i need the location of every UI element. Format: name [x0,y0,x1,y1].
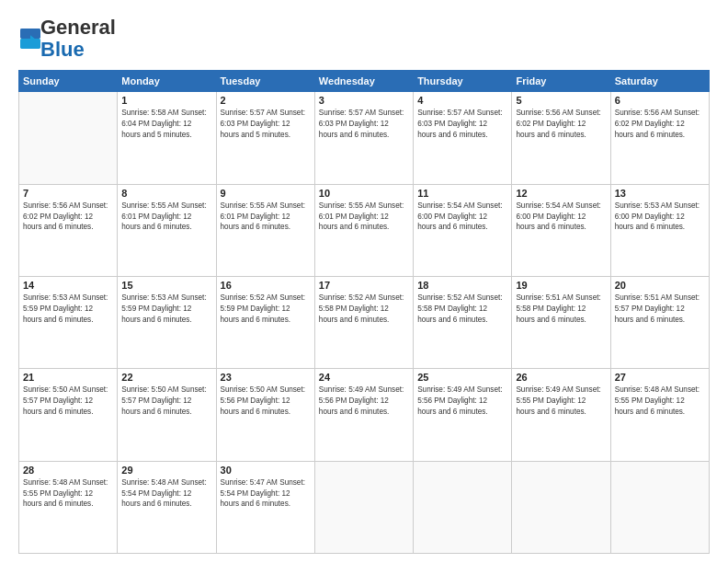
calendar-week-row: 21Sunrise: 5:50 AM Sunset: 5:57 PM Dayli… [19,369,710,461]
day-number: 14 [23,280,113,291]
day-info: Sunrise: 5:52 AM Sunset: 5:58 PM Dayligh… [417,293,507,326]
calendar-cell: 27Sunrise: 5:48 AM Sunset: 5:55 PM Dayli… [610,369,709,461]
day-number: 8 [121,188,211,199]
calendar-cell: 9Sunrise: 5:55 AM Sunset: 6:01 PM Daylig… [216,184,314,276]
calendar-cell [610,461,709,553]
day-number: 16 [221,280,311,291]
calendar-cell: 2Sunrise: 5:57 AM Sunset: 6:03 PM Daylig… [216,92,314,184]
day-info: Sunrise: 5:57 AM Sunset: 6:03 PM Dayligh… [319,108,409,141]
day-info: Sunrise: 5:55 AM Sunset: 6:01 PM Dayligh… [319,201,409,234]
day-info: Sunrise: 5:53 AM Sunset: 5:59 PM Dayligh… [23,293,113,326]
calendar-cell: 1Sunrise: 5:58 AM Sunset: 6:04 PM Daylig… [118,92,216,184]
weekday-header-wednesday: Wednesday [314,71,413,92]
weekday-header-saturday: Saturday [610,71,709,92]
day-number: 22 [121,372,211,383]
logo-blue: Blue [40,38,85,61]
day-number: 7 [23,188,113,199]
day-info: Sunrise: 5:52 AM Sunset: 5:58 PM Dayligh… [319,293,409,326]
day-number: 11 [417,188,507,199]
day-info: Sunrise: 5:53 AM Sunset: 6:00 PM Dayligh… [615,201,705,234]
logo-general: General [40,16,116,39]
page: General Blue SundayMondayTuesdayWednesda… [0,0,728,563]
calendar-cell: 13Sunrise: 5:53 AM Sunset: 6:00 PM Dayli… [610,184,709,276]
weekday-header-monday: Monday [118,71,216,92]
day-info: Sunrise: 5:48 AM Sunset: 5:55 PM Dayligh… [23,477,113,511]
calendar-cell: 12Sunrise: 5:54 AM Sunset: 6:00 PM Dayli… [512,184,610,276]
day-info: Sunrise: 5:56 AM Sunset: 6:02 PM Dayligh… [516,108,606,141]
calendar-cell: 18Sunrise: 5:52 AM Sunset: 5:58 PM Dayli… [414,277,512,369]
calendar-cell: 28Sunrise: 5:48 AM Sunset: 5:55 PM Dayli… [19,461,118,553]
day-number: 26 [516,372,606,383]
calendar-cell: 5Sunrise: 5:56 AM Sunset: 6:02 PM Daylig… [512,92,610,184]
calendar-table: SundayMondayTuesdayWednesdayThursdayFrid… [18,70,710,554]
day-number: 12 [516,188,606,199]
calendar-cell: 26Sunrise: 5:49 AM Sunset: 5:55 PM Dayli… [512,369,610,461]
day-info: Sunrise: 5:48 AM Sunset: 5:55 PM Dayligh… [615,385,705,418]
calendar-cell [314,461,413,553]
day-info: Sunrise: 5:51 AM Sunset: 5:58 PM Dayligh… [516,293,606,326]
day-number: 23 [221,372,311,383]
weekday-header-sunday: Sunday [19,71,118,92]
calendar-week-row: 28Sunrise: 5:48 AM Sunset: 5:55 PM Dayli… [19,461,710,553]
day-number: 29 [121,465,211,476]
day-number: 6 [615,95,705,106]
calendar-cell: 8Sunrise: 5:55 AM Sunset: 6:01 PM Daylig… [118,184,216,276]
day-info: Sunrise: 5:55 AM Sunset: 6:01 PM Dayligh… [121,201,211,234]
day-info: Sunrise: 5:50 AM Sunset: 5:56 PM Dayligh… [221,385,311,418]
day-info: Sunrise: 5:48 AM Sunset: 5:54 PM Dayligh… [121,477,211,511]
day-number: 2 [221,95,311,106]
day-number: 27 [615,372,705,383]
day-number: 18 [417,280,507,291]
calendar-cell [512,461,610,553]
day-number: 21 [23,372,113,383]
weekday-header-friday: Friday [512,71,610,92]
calendar-cell: 11Sunrise: 5:54 AM Sunset: 6:00 PM Dayli… [414,184,512,276]
day-number: 25 [417,372,507,383]
calendar-cell: 29Sunrise: 5:48 AM Sunset: 5:54 PM Dayli… [118,461,216,553]
day-number: 1 [121,95,211,106]
day-number: 5 [516,95,606,106]
calendar-cell: 25Sunrise: 5:49 AM Sunset: 5:56 PM Dayli… [414,369,512,461]
day-info: Sunrise: 5:57 AM Sunset: 6:03 PM Dayligh… [417,108,507,141]
calendar-cell: 16Sunrise: 5:52 AM Sunset: 5:59 PM Dayli… [216,277,314,369]
calendar-cell: 21Sunrise: 5:50 AM Sunset: 5:57 PM Dayli… [19,369,118,461]
day-info: Sunrise: 5:49 AM Sunset: 5:56 PM Dayligh… [417,385,507,418]
day-number: 3 [319,95,409,106]
day-info: Sunrise: 5:52 AM Sunset: 5:59 PM Dayligh… [221,293,311,326]
day-number: 20 [615,280,705,291]
calendar-cell: 19Sunrise: 5:51 AM Sunset: 5:58 PM Dayli… [512,277,610,369]
day-info: Sunrise: 5:54 AM Sunset: 6:00 PM Dayligh… [516,201,606,234]
day-number: 4 [417,95,507,106]
calendar-week-row: 14Sunrise: 5:53 AM Sunset: 5:59 PM Dayli… [19,277,710,369]
calendar-cell: 10Sunrise: 5:55 AM Sunset: 6:01 PM Dayli… [314,184,413,276]
calendar-cell: 30Sunrise: 5:47 AM Sunset: 5:54 PM Dayli… [216,461,314,553]
calendar-cell: 15Sunrise: 5:53 AM Sunset: 5:59 PM Dayli… [118,277,216,369]
day-number: 9 [221,188,311,199]
calendar-cell: 17Sunrise: 5:52 AM Sunset: 5:58 PM Dayli… [314,277,413,369]
day-info: Sunrise: 5:53 AM Sunset: 5:59 PM Dayligh… [121,293,211,326]
calendar-cell: 20Sunrise: 5:51 AM Sunset: 5:57 PM Dayli… [610,277,709,369]
calendar-cell [414,461,512,553]
logo: General Blue [18,17,116,61]
weekday-header-row: SundayMondayTuesdayWednesdayThursdayFrid… [19,71,710,92]
calendar-cell: 23Sunrise: 5:50 AM Sunset: 5:56 PM Dayli… [216,369,314,461]
calendar-cell [19,92,118,184]
logo-icon [20,29,40,49]
header: General Blue [18,17,710,61]
day-number: 30 [221,465,311,476]
calendar-cell: 7Sunrise: 5:56 AM Sunset: 6:02 PM Daylig… [19,184,118,276]
day-info: Sunrise: 5:58 AM Sunset: 6:04 PM Dayligh… [121,108,211,141]
calendar-cell: 3Sunrise: 5:57 AM Sunset: 6:03 PM Daylig… [314,92,413,184]
day-number: 10 [319,188,409,199]
calendar-cell: 6Sunrise: 5:56 AM Sunset: 6:02 PM Daylig… [610,92,709,184]
day-info: Sunrise: 5:55 AM Sunset: 6:01 PM Dayligh… [221,201,311,234]
day-number: 24 [319,372,409,383]
day-info: Sunrise: 5:57 AM Sunset: 6:03 PM Dayligh… [221,108,311,141]
day-number: 19 [516,280,606,291]
calendar-cell: 24Sunrise: 5:49 AM Sunset: 5:56 PM Dayli… [314,369,413,461]
day-number: 17 [319,280,409,291]
calendar-week-row: 1Sunrise: 5:58 AM Sunset: 6:04 PM Daylig… [19,92,710,184]
day-info: Sunrise: 5:50 AM Sunset: 5:57 PM Dayligh… [121,385,211,418]
day-info: Sunrise: 5:56 AM Sunset: 6:02 PM Dayligh… [615,108,705,141]
day-number: 15 [121,280,211,291]
